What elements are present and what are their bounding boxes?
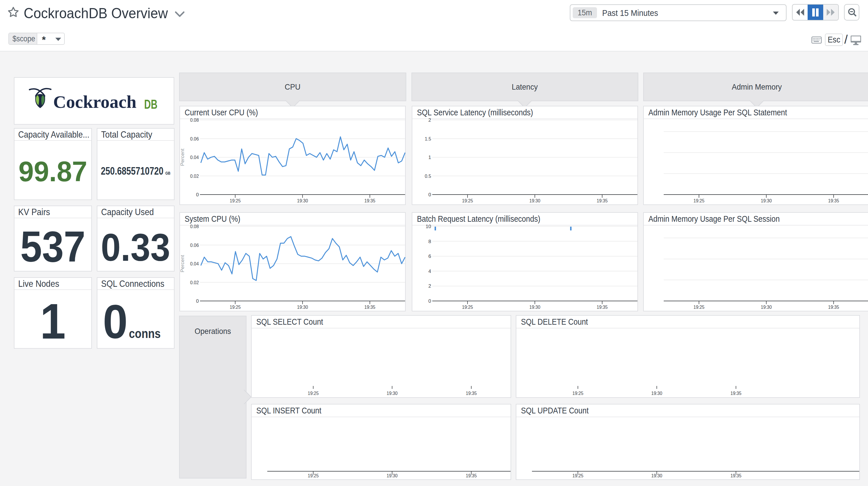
svg-text:19:25: 19:25 (462, 305, 473, 310)
svg-text:4: 4 (429, 268, 431, 274)
svg-text:19:25: 19:25 (230, 305, 241, 310)
svg-text:0.08: 0.08 (190, 224, 199, 229)
svg-text:6: 6 (429, 254, 431, 259)
svg-text:19:35: 19:35 (364, 305, 375, 310)
svg-text:1: 1 (429, 155, 431, 160)
svg-text:19:25: 19:25 (572, 391, 583, 396)
svg-text:19:30: 19:30 (761, 305, 772, 310)
svg-text:0: 0 (196, 298, 199, 304)
svg-text:Percent: Percent (180, 255, 185, 273)
svg-text:0: 0 (429, 192, 431, 197)
svg-text:19:25: 19:25 (693, 198, 705, 203)
svg-text:8: 8 (429, 239, 431, 244)
svg-text:0.5: 0.5 (425, 173, 431, 179)
svg-text:19:35: 19:35 (731, 473, 741, 479)
svg-text:0.06: 0.06 (190, 242, 199, 248)
svg-text:19:25: 19:25 (230, 198, 241, 203)
svg-text:19:30: 19:30 (529, 198, 540, 203)
svg-text:19:35: 19:35 (731, 391, 741, 396)
svg-text:0: 0 (196, 192, 199, 197)
svg-text:19:35: 19:35 (364, 198, 375, 203)
svg-text:19:30: 19:30 (651, 391, 662, 396)
svg-text:0.04: 0.04 (190, 155, 199, 160)
svg-text:2: 2 (429, 283, 431, 289)
svg-text:19:30: 19:30 (386, 473, 398, 479)
svg-text:19:25: 19:25 (308, 391, 319, 396)
svg-text:0.06: 0.06 (190, 136, 199, 142)
svg-text:19:30: 19:30 (297, 198, 308, 203)
svg-text:19:35: 19:35 (466, 391, 477, 396)
svg-text:19:30: 19:30 (297, 305, 308, 310)
svg-text:0.04: 0.04 (190, 261, 199, 266)
svg-text:19:25: 19:25 (693, 305, 705, 310)
svg-text:19:35: 19:35 (828, 198, 839, 203)
svg-text:Percent: Percent (180, 149, 185, 166)
svg-text:1.5: 1.5 (425, 136, 431, 142)
svg-text:19:35: 19:35 (597, 305, 608, 310)
svg-text:2: 2 (429, 117, 431, 123)
svg-text:19:30: 19:30 (651, 473, 662, 479)
svg-text:0: 0 (429, 298, 431, 304)
svg-text:19:25: 19:25 (572, 473, 583, 479)
svg-text:19:35: 19:35 (597, 198, 608, 203)
svg-text:19:35: 19:35 (828, 305, 839, 310)
svg-text:0.02: 0.02 (190, 173, 199, 179)
svg-text:10: 10 (426, 224, 431, 229)
svg-text:0.02: 0.02 (190, 280, 199, 285)
svg-text:19:30: 19:30 (529, 305, 540, 310)
svg-text:0.08: 0.08 (190, 117, 199, 123)
svg-text:19:35: 19:35 (466, 473, 477, 479)
svg-text:19:25: 19:25 (462, 198, 473, 203)
svg-text:19:30: 19:30 (761, 198, 772, 203)
svg-text:19:25: 19:25 (308, 473, 319, 479)
svg-text:19:30: 19:30 (386, 391, 398, 396)
